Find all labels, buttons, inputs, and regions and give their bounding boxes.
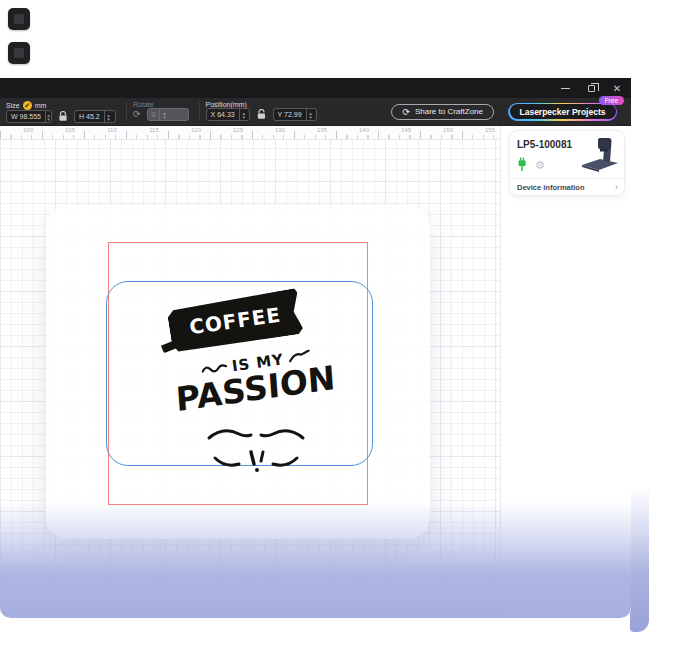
device-status-icons: ⚙ bbox=[517, 157, 545, 172]
ruler-label: 140 bbox=[359, 127, 369, 133]
ruler-label: 105 bbox=[65, 127, 75, 133]
position-group: Position(mm) X 64.33 ▴▾ Y 72.99 ▴▾ bbox=[204, 100, 323, 123]
rotate-spinner: ▴▾ bbox=[159, 109, 168, 120]
horizontal-ruler: 100105110115120125130135140145150155 bbox=[0, 126, 500, 140]
transform-toolbar: Size ✓ mm W 98.555 ▴▾ H 45.2 ▴▾ bbox=[0, 98, 631, 126]
ruler-label: 115 bbox=[149, 127, 159, 133]
rotate-label: Rotate bbox=[133, 101, 189, 108]
app-glyph-icon bbox=[14, 14, 24, 24]
share-to-craftzone-button[interactable]: ⟳ Share to CraftZone bbox=[391, 104, 494, 120]
device-information-row[interactable]: Device information › bbox=[517, 182, 618, 192]
position-y-spinner[interactable]: ▴▾ bbox=[306, 109, 315, 120]
flourish-icon bbox=[201, 424, 311, 472]
design-canvas[interactable]: 100105110115120125130135140145150155 COF… bbox=[0, 126, 500, 618]
device-card[interactable]: LP5-100081 ⚙ bbox=[509, 130, 625, 196]
position-y-input[interactable]: Y 72.99 ▴▾ bbox=[273, 108, 317, 121]
chevron-right-icon: › bbox=[615, 182, 618, 192]
ruler-label: 135 bbox=[317, 127, 327, 133]
ruler-label: 155 bbox=[485, 127, 495, 133]
toolbar-divider bbox=[126, 102, 127, 121]
size-label: Size ✓ mm bbox=[6, 101, 116, 110]
rotate-icon[interactable]: ⟳ bbox=[133, 108, 141, 121]
laserpecker-app-window: ✕ Size ✓ mm W 98.555 ▴▾ bbox=[0, 78, 631, 618]
background-window-edge bbox=[630, 486, 649, 632]
ruler-label: 130 bbox=[275, 127, 285, 133]
artwork-line1: COFFEE bbox=[188, 303, 283, 340]
height-spinner[interactable]: ▴▾ bbox=[104, 111, 113, 122]
projects-button-wrap: Laserpecker Projects Free bbox=[508, 103, 617, 121]
rotate-group: Rotate ⟳ 0 ▴▾ bbox=[131, 100, 195, 123]
floating-app-icon-1[interactable] bbox=[8, 8, 30, 30]
position-x-input[interactable]: X 64.33 ▴▾ bbox=[206, 108, 250, 121]
unit-check-icon[interactable]: ✓ bbox=[23, 101, 32, 110]
aspect-lock-icon[interactable] bbox=[58, 111, 68, 122]
unit-label: mm bbox=[35, 102, 47, 109]
position-lock-open-icon[interactable] bbox=[256, 109, 267, 120]
desktop: ✕ Size ✓ mm W 98.555 ▴▾ bbox=[0, 0, 700, 648]
ruler-label: 110 bbox=[107, 127, 117, 133]
main-content: 100105110115120125130135140145150155 COF… bbox=[0, 126, 631, 618]
app-glyph-icon bbox=[14, 48, 24, 58]
floating-app-icon-2[interactable] bbox=[8, 42, 30, 64]
position-label: Position(mm) bbox=[206, 101, 317, 108]
ruler-label: 100 bbox=[23, 127, 33, 133]
coffee-banner: COFFEE bbox=[166, 288, 304, 354]
usb-connected-icon bbox=[517, 157, 527, 172]
minimize-icon[interactable] bbox=[559, 82, 571, 94]
toolbar-divider bbox=[199, 102, 200, 121]
rotate-input: 0 ▴▾ bbox=[147, 108, 189, 121]
device-name: LP5-100081 bbox=[517, 139, 572, 150]
coffee-passion-artwork[interactable]: COFFEE IS MY PASSION bbox=[163, 292, 348, 478]
device-settings-gear-icon[interactable]: ⚙ bbox=[535, 159, 545, 171]
title-bar: ✕ bbox=[0, 78, 631, 98]
device-image bbox=[578, 134, 620, 174]
width-input[interactable]: W 98.555 ▴▾ bbox=[6, 110, 52, 123]
card-divider bbox=[510, 178, 624, 179]
ruler-label: 120 bbox=[191, 127, 201, 133]
gradient-border: Laserpecker Projects bbox=[508, 103, 617, 121]
size-group: Size ✓ mm W 98.555 ▴▾ H 45.2 ▴▾ bbox=[4, 100, 122, 123]
height-input[interactable]: H 45.2 ▴▾ bbox=[74, 110, 116, 123]
position-x-spinner[interactable]: ▴▾ bbox=[239, 109, 248, 120]
ruler-label: 125 bbox=[233, 127, 243, 133]
share-icon: ⟳ bbox=[402, 107, 410, 117]
width-spinner[interactable]: ▴▾ bbox=[45, 111, 51, 122]
laserpecker-projects-button[interactable]: Laserpecker Projects bbox=[510, 104, 616, 119]
close-icon[interactable]: ✕ bbox=[611, 82, 623, 94]
ruler-label: 150 bbox=[443, 127, 453, 133]
device-sidebar: LP5-100081 ⚙ bbox=[500, 126, 631, 618]
free-badge: Free bbox=[599, 96, 624, 105]
restore-icon[interactable] bbox=[585, 82, 597, 94]
ruler-label: 145 bbox=[401, 127, 411, 133]
